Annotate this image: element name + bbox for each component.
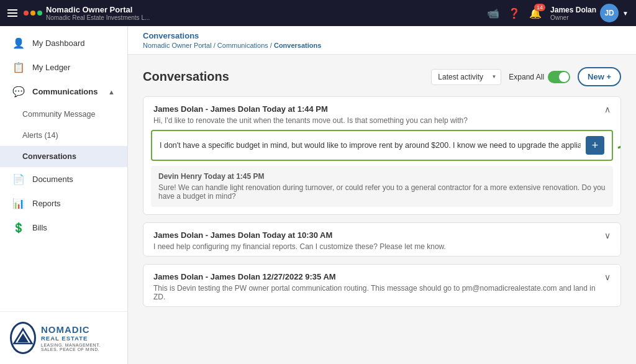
main-content: Conversations Latest activity Oldest fir… xyxy=(128,55,636,364)
arrow-svg xyxy=(613,135,621,155)
breadcrumb-part1: Nomadic Owner Portal xyxy=(143,42,212,49)
communications-icon: 💬 xyxy=(12,86,25,98)
user-name-block: James Dolan Owner xyxy=(550,6,596,21)
user-chevron-icon[interactable]: ▼ xyxy=(622,10,629,17)
sidebar-label-conversations: Conversations xyxy=(22,152,76,161)
expand-all-label: Expand All xyxy=(509,73,544,81)
conversations-header: Conversations Latest activity Oldest fir… xyxy=(143,67,621,86)
bills-icon: 💲 xyxy=(12,222,25,234)
sidebar-item-bills[interactable]: 💲 Bills xyxy=(0,216,127,240)
notifications-icon[interactable]: 🔔 14 xyxy=(529,7,542,19)
breadcrumb-path: Nomadic Owner Portal / Communications / … xyxy=(143,42,621,49)
nomadic-logo: NOMADIC REAL ESTATE LEASING. MANAGEMENT.… xyxy=(10,322,117,354)
dot-green xyxy=(37,11,42,16)
conv-header-2[interactable]: James Dolan - James Dolan Today at 10:30… xyxy=(143,223,620,256)
expand-all-control: Expand All xyxy=(509,71,570,83)
header-right: 📹 ❓ 🔔 14 James Dolan Owner JD ▼ xyxy=(487,4,629,22)
reply-area-1: + xyxy=(151,130,613,161)
sidebar-label-ledger: My Ledger xyxy=(32,63,70,72)
resp-meta-1: Devin Henry Today at 1:45 PM xyxy=(158,172,606,181)
reply-submit-1[interactable]: + xyxy=(586,136,604,155)
conv-chevron-3[interactable]: ∨ xyxy=(604,272,611,282)
conv-preview-2: I need help configuring my financial rep… xyxy=(153,242,446,251)
breadcrumb-part2: Communications xyxy=(217,42,268,49)
header-controls: Latest activity Oldest first Expand All … xyxy=(431,67,621,86)
conv-chevron-1[interactable]: ∧ xyxy=(604,104,611,114)
video-icon[interactable]: 📹 xyxy=(487,7,499,19)
app-name-block: Nomadic Owner Portal Nomadic Real Estate… xyxy=(46,5,150,21)
new-button[interactable]: New + xyxy=(578,67,621,86)
sidebar-label-bills: Bills xyxy=(32,223,47,232)
sidebar-item-dashboard[interactable]: 👤 My Dashboard xyxy=(0,31,127,55)
logo-tagline: LEASING. MANAGEMENT. SALES. PEACE OF MIN… xyxy=(41,343,117,352)
notification-badge: 14 xyxy=(534,4,545,11)
conv-preview-1: Hi, I'd like to renovate the unit when t… xyxy=(153,116,468,125)
sidebar-label-community: Community Message xyxy=(22,110,95,119)
conv-meta-3: James Dolan - James Dolan 12/27/2022 9:3… xyxy=(153,272,604,301)
sidebar-label-alerts: Alerts (14) xyxy=(22,131,58,140)
sidebar-item-alerts[interactable]: Alerts (14) xyxy=(0,125,127,146)
content-area: Conversations Nomadic Owner Portal / Com… xyxy=(128,26,636,364)
sort-select[interactable]: Latest activity Oldest first xyxy=(431,69,501,85)
communications-section: 💬 Communications ▲ Community Message Ale… xyxy=(0,80,127,167)
sidebar-label-documents: Documents xyxy=(32,175,73,184)
sidebar-logo: NOMADIC REAL ESTATE LEASING. MANAGEMENT.… xyxy=(0,311,127,364)
main-layout: 👤 My Dashboard 📋 My Ledger 💬 Communicati… xyxy=(0,26,636,364)
toggle-knob xyxy=(559,72,569,82)
dashboard-icon: 👤 xyxy=(12,37,25,49)
resp-text-1: Sure! We can handle light renovation dur… xyxy=(158,183,606,201)
logo-real-estate: REAL ESTATE xyxy=(41,335,117,342)
sidebar-label-dashboard: My Dashboard xyxy=(32,39,85,48)
reply-wrapper: + xyxy=(151,130,613,161)
sidebar-item-conversations[interactable]: Conversations xyxy=(0,146,127,167)
sidebar-item-reports[interactable]: 📊 Reports xyxy=(0,191,127,216)
top-header: Nomadic Owner Portal Nomadic Real Estate… xyxy=(0,0,636,26)
breadcrumb-title: Conversations xyxy=(143,31,621,40)
conversations-list: James Dolan - James Dolan Today at 1:44 … xyxy=(143,96,621,307)
user-info: James Dolan Owner JD ▼ xyxy=(550,4,629,22)
sidebar-item-community[interactable]: Community Message xyxy=(0,104,127,125)
conv-header-1[interactable]: James Dolan - James Dolan Today at 1:44 … xyxy=(143,97,620,130)
response-message-1: Devin Henry Today at 1:45 PM Sure! We ca… xyxy=(151,166,613,207)
hamburger-icon[interactable] xyxy=(7,9,17,17)
sidebar-item-documents[interactable]: 📄 Documents xyxy=(0,167,127,191)
conversation-card-3: James Dolan - James Dolan 12/27/2022 9:3… xyxy=(143,264,621,307)
sidebar-item-ledger[interactable]: 📋 My Ledger xyxy=(0,55,127,80)
page-title: Conversations xyxy=(143,70,229,84)
logo-nomadic: NOMADIC xyxy=(41,324,117,335)
conv-title-1: James Dolan - James Dolan Today at 1:44 … xyxy=(153,104,468,114)
user-role: Owner xyxy=(550,14,596,21)
reply-input-1[interactable] xyxy=(160,141,581,150)
ledger-icon: 📋 xyxy=(12,61,25,73)
breadcrumb-part3: Conversations xyxy=(274,42,321,49)
dot-red xyxy=(24,11,29,16)
conv-header-3[interactable]: James Dolan - James Dolan 12/27/2022 9:3… xyxy=(143,265,620,306)
documents-icon: 📄 xyxy=(12,173,25,185)
app-subtitle: Nomadic Real Estate Investments L... xyxy=(46,14,150,21)
communications-header[interactable]: 💬 Communications ▲ xyxy=(0,80,127,104)
help-icon[interactable]: ❓ xyxy=(508,7,520,19)
sidebar: 👤 My Dashboard 📋 My Ledger 💬 Communicati… xyxy=(0,26,128,364)
avatar[interactable]: JD xyxy=(600,4,619,22)
green-arrow-indicator xyxy=(613,135,621,155)
conversation-card-2: James Dolan - James Dolan Today at 10:30… xyxy=(143,222,621,257)
conv-title-2: James Dolan - James Dolan Today at 10:30… xyxy=(153,230,446,240)
header-logo: Nomadic Owner Portal Nomadic Real Estate… xyxy=(24,5,150,21)
expand-all-toggle[interactable] xyxy=(548,71,570,83)
header-left: Nomadic Owner Portal Nomadic Real Estate… xyxy=(7,5,150,21)
conv-chevron-2[interactable]: ∨ xyxy=(604,230,611,240)
conv-meta-1: James Dolan - James Dolan Today at 1:44 … xyxy=(153,104,468,125)
user-name: James Dolan xyxy=(550,6,596,14)
conv-preview-3: This is Devin testing the PW owner porta… xyxy=(153,284,604,301)
communications-chevron-icon: ▲ xyxy=(108,88,115,96)
logo-text-block: NOMADIC REAL ESTATE LEASING. MANAGEMENT.… xyxy=(41,324,117,352)
breadcrumb-bar: Conversations Nomadic Owner Portal / Com… xyxy=(128,26,636,55)
sort-wrapper: Latest activity Oldest first xyxy=(431,69,501,85)
conv-meta-2: James Dolan - James Dolan Today at 10:30… xyxy=(153,230,446,251)
logo-circle xyxy=(10,322,36,354)
logo-svg xyxy=(12,327,34,349)
conversation-card-1: James Dolan - James Dolan Today at 1:44 … xyxy=(143,96,621,215)
sidebar-nav: 👤 My Dashboard 📋 My Ledger 💬 Communicati… xyxy=(0,26,127,311)
dot-yellow xyxy=(30,11,35,16)
conv-title-3: James Dolan - James Dolan 12/27/2022 9:3… xyxy=(153,272,604,281)
